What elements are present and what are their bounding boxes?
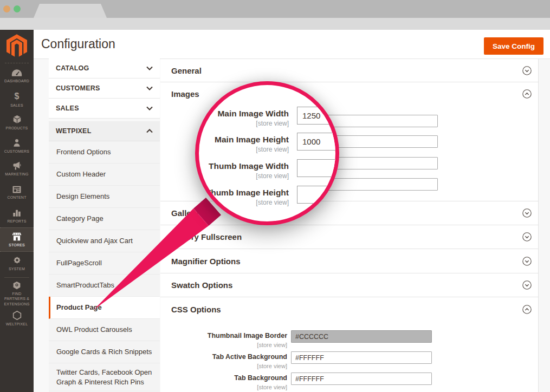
nav-item-label: Quickview and Ajax Cart: [56, 236, 133, 246]
field-label: Tab Background [store view]: [171, 373, 287, 391]
save-config-button[interactable]: Save Config: [484, 37, 543, 55]
thumb-image-width-input-magnified[interactable]: [297, 159, 339, 177]
nav-section-wetpixel[interactable]: WETPIXEL: [49, 121, 160, 141]
magnified-field-main-image-width: Main Image Width [store view]: [199, 107, 339, 128]
field-label-text: Thumbnail Image Border: [171, 332, 287, 339]
nav-section-label: CATALOG: [56, 64, 89, 72]
sidebar-item-content[interactable]: CONTENT: [0, 181, 34, 204]
sidebar-item-label: CUSTOMERS: [4, 149, 29, 154]
magnifier-zoom-circle: Main Image Width [store view] Main Image…: [195, 81, 339, 225]
customers-icon: [12, 138, 22, 148]
sidebar-item-label: WELTPIXEL: [6, 322, 28, 326]
collapse-chevron-down-icon[interactable]: [522, 208, 532, 218]
collapse-chevron-down-icon[interactable]: [522, 257, 532, 266]
nav-section-label: WETPIXEL: [56, 127, 92, 135]
nav-item-label: Frontend Options: [56, 147, 111, 157]
nav-section-customers[interactable]: CUSTOMERS: [49, 79, 160, 99]
sidebar-item-dashboard[interactable]: DASHBOARD: [0, 64, 34, 88]
tab-background-input[interactable]: [291, 373, 432, 385]
section-header-general[interactable]: General: [160, 59, 538, 82]
window-zoom-button[interactable]: [14, 5, 21, 12]
section-title: General: [171, 66, 202, 75]
nav-item-quickview-ajax-cart[interactable]: Quickview and Ajax Cart: [49, 230, 160, 252]
store-view-scope-label: [store view]: [256, 199, 289, 206]
nav-item-label: Twitter Cards, Facebook Open Graph & Pin…: [56, 368, 153, 387]
field-label-text: Thumb Image Width: [199, 161, 289, 171]
section-header-swatch-options[interactable]: Swatch Options: [160, 273, 538, 297]
nav-item-google-cards[interactable]: Google Cards & Rich Snippets: [49, 341, 160, 363]
partners-icon: [12, 280, 22, 290]
nav-item-owl-product-carousels[interactable]: OWL Product Carousels: [49, 319, 160, 341]
field-label-text: Thumb Image Height: [199, 188, 289, 197]
field-label: Main Image Height [store view]: [199, 133, 289, 154]
sidebar-item-sales[interactable]: $ SALES: [0, 88, 34, 111]
nav-item-custom-header[interactable]: Custom Header: [49, 164, 160, 186]
sidebar-item-label: SALES: [10, 103, 23, 108]
section-title: CSS Options: [171, 305, 221, 314]
sidebar-item-stores[interactable]: STORES: [0, 227, 34, 252]
field-label-text: Tab Background: [171, 374, 287, 382]
chevron-down-icon: [146, 66, 153, 70]
chevron-up-icon: [146, 129, 153, 133]
sidebar-item-system[interactable]: SYSTEM: [0, 252, 34, 275]
products-icon: [12, 114, 22, 125]
scrollbar-gutter[interactable]: [538, 59, 550, 392]
page-header: Configuration Save Config: [34, 30, 550, 59]
store-view-scope-label: [store view]: [256, 120, 289, 127]
svg-text:$: $: [15, 92, 20, 101]
css-options-fields: Thumbnail Image Border [store view] Tab …: [160, 321, 538, 392]
sidebar-item-products[interactable]: PRODUCTS: [0, 111, 34, 134]
nav-section-catalog[interactable]: CATALOG: [49, 58, 160, 79]
sidebar-group-divider: [4, 277, 29, 278]
nav-item-label: OWL Product Carousels: [56, 325, 132, 335]
nav-item-fullpagescroll[interactable]: FullPageScroll: [49, 252, 160, 275]
nav-item-label: Category Page: [56, 214, 103, 224]
sidebar-item-label: STORES: [9, 243, 25, 247]
section-header-magnifier-options[interactable]: Magnifier Options: [160, 249, 538, 273]
nav-item-category-page[interactable]: Category Page: [49, 208, 160, 230]
magnified-field-thumb-image-height: Thumb Image Height [store view]: [199, 186, 339, 207]
dashboard-icon: [11, 69, 22, 77]
field-row-tab-active-background: Tab Active Background [store view]: [171, 351, 432, 370]
sidebar-item-weltpixel[interactable]: WELTPIXEL: [0, 307, 34, 330]
collapse-chevron-down-icon[interactable]: [522, 280, 532, 290]
field-label-text: Main Image Width: [199, 109, 289, 118]
reports-icon: [12, 208, 22, 218]
thumbnail-image-border-input[interactable]: [291, 330, 432, 343]
main-image-height-input-magnified[interactable]: [297, 133, 339, 151]
field-label-text: Tab Active Background: [171, 353, 287, 361]
browser-toolbar: [0, 18, 550, 30]
field-label-text: Main Image Height: [199, 135, 289, 144]
collapse-chevron-down-icon[interactable]: [522, 232, 532, 241]
collapse-chevron-up-icon[interactable]: [522, 305, 532, 314]
store-view-scope-label: [store view]: [256, 146, 289, 153]
magnified-field-main-image-height: Main Image Height [store view]: [199, 133, 339, 154]
sidebar-item-customers[interactable]: CUSTOMERS: [0, 134, 34, 158]
field-row-tab-background: Tab Background [store view]: [171, 373, 432, 391]
sidebar-item-marketing[interactable]: MARKETING: [0, 158, 34, 181]
field-label: Main Image Width [store view]: [199, 107, 289, 128]
nav-section-label: SALES: [56, 104, 79, 112]
nav-item-label: Design Elements: [56, 192, 109, 201]
window-minimize-button[interactable]: [3, 5, 10, 12]
nav-item-label: FullPageScroll: [56, 258, 102, 268]
tab-active-background-input[interactable]: [291, 351, 432, 364]
nav-item-twitter-cards[interactable]: Twitter Cards, Facebook Open Graph & Pin…: [49, 363, 160, 391]
sidebar-item-label: SYSTEM: [9, 266, 25, 271]
nav-item-label: Product Page: [56, 303, 102, 312]
sidebar-item-label: PRODUCTS: [6, 126, 28, 130]
magento-logo-icon[interactable]: [7, 34, 27, 58]
nav-item-frontend-options[interactable]: Frontend Options: [49, 141, 160, 164]
section-header-css-options[interactable]: CSS Options: [160, 297, 538, 321]
nav-item-design-elements[interactable]: Design Elements: [49, 186, 160, 208]
nav-item-smartproducttabs[interactable]: SmartProductTabs: [49, 275, 160, 297]
chevron-down-icon: [146, 106, 153, 110]
browser-tab[interactable]: [34, 4, 107, 18]
collapse-chevron-up-icon[interactable]: [522, 89, 532, 99]
nav-item-product-page[interactable]: Product Page: [49, 297, 160, 319]
collapse-chevron-down-icon[interactable]: [522, 66, 532, 75]
section-header-gallery-fullscreen[interactable]: Gallery Fullscreen: [160, 225, 538, 249]
sidebar-item-find-partners[interactable]: FIND PARTNERS & EXTENSIONS: [0, 280, 34, 307]
sidebar-item-reports[interactable]: REPORTS: [0, 204, 34, 227]
nav-section-sales[interactable]: SALES: [49, 99, 160, 119]
